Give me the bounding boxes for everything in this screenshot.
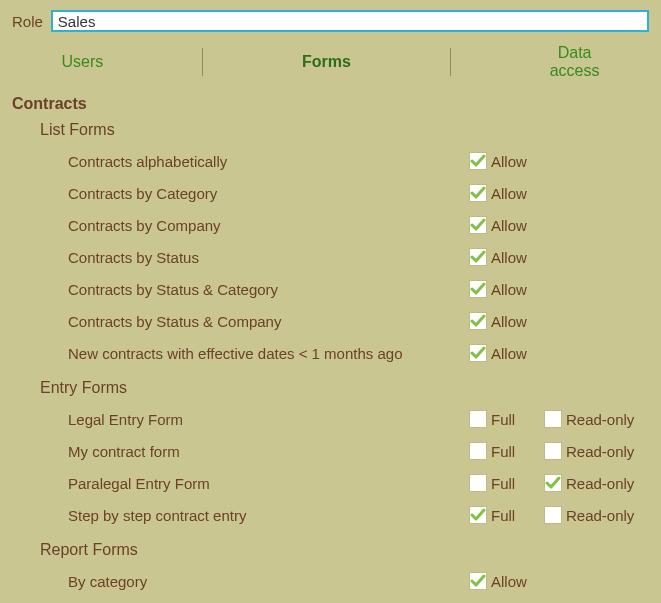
allow-checkbox[interactable]: [469, 216, 487, 234]
allow-checkbox[interactable]: [469, 312, 487, 330]
allow-label: Allow: [491, 313, 527, 330]
allow-checkbox[interactable]: [469, 152, 487, 170]
allow-checkbox[interactable]: [469, 184, 487, 202]
full-label: Full: [491, 443, 515, 460]
list-form-label: Contracts by Category: [68, 185, 469, 202]
tabs: Users Forms Data access: [12, 42, 649, 81]
allow-label: Allow: [491, 185, 527, 202]
list-form-row: Contracts alphabeticallyAllow: [68, 145, 649, 177]
tab-users[interactable]: Users: [61, 51, 103, 73]
readonly-checkbox[interactable]: [544, 410, 562, 428]
readonly-checkbox[interactable]: [544, 474, 562, 492]
readonly-label: Read-only: [566, 475, 634, 492]
entry-form-label: My contract form: [68, 443, 469, 460]
list-form-row: Contracts by CompanyAllow: [68, 209, 649, 241]
tab-data-access[interactable]: Data access: [550, 42, 600, 81]
list-form-row: Contracts by StatusAllow: [68, 241, 649, 273]
entry-form-label: Paralegal Entry Form: [68, 475, 469, 492]
allow-label: Allow: [491, 573, 527, 590]
tab-forms[interactable]: Forms: [302, 51, 351, 73]
allow-checkbox[interactable]: [469, 280, 487, 298]
list-form-row: Contracts by Status & CompanyAllow: [68, 305, 649, 337]
full-label: Full: [491, 475, 515, 492]
full-label: Full: [491, 507, 515, 524]
list-form-label: Contracts by Status & Category: [68, 281, 469, 298]
entry-form-label: Step by step contract entry: [68, 507, 469, 524]
list-form-row: New contracts with effective dates < 1 m…: [68, 337, 649, 369]
readonly-label: Read-only: [566, 507, 634, 524]
allow-checkbox[interactable]: [469, 572, 487, 590]
list-forms-title: List Forms: [40, 121, 649, 139]
allow-label: Allow: [491, 153, 527, 170]
section-title: Contracts: [12, 95, 649, 113]
full-checkbox[interactable]: [469, 442, 487, 460]
allow-label: Allow: [491, 249, 527, 266]
entry-form-row: Step by step contract entryFullRead-only: [68, 499, 649, 531]
list-form-label: Contracts by Company: [68, 217, 469, 234]
allow-label: Allow: [491, 217, 527, 234]
allow-label: Allow: [491, 345, 527, 362]
readonly-label: Read-only: [566, 443, 634, 460]
list-form-row: Contracts by CategoryAllow: [68, 177, 649, 209]
report-forms-title: Report Forms: [40, 541, 649, 559]
report-form-label: By category: [68, 573, 469, 590]
list-form-label: New contracts with effective dates < 1 m…: [68, 345, 469, 362]
report-form-row: By categoryAllow: [68, 565, 649, 597]
tab-separator: [450, 48, 451, 76]
entry-form-label: Legal Entry Form: [68, 411, 469, 428]
role-label: Role: [12, 13, 43, 30]
allow-checkbox[interactable]: [469, 248, 487, 266]
list-form-label: Contracts by Status: [68, 249, 469, 266]
role-input[interactable]: [51, 10, 649, 32]
readonly-checkbox[interactable]: [544, 442, 562, 460]
allow-checkbox[interactable]: [469, 344, 487, 362]
full-checkbox[interactable]: [469, 410, 487, 428]
list-form-label: Contracts by Status & Company: [68, 313, 469, 330]
list-form-label: Contracts alphabetically: [68, 153, 469, 170]
full-label: Full: [491, 411, 515, 428]
entry-forms-title: Entry Forms: [40, 379, 649, 397]
report-form-row: Contract dollar amountAllow: [68, 597, 649, 603]
allow-label: Allow: [491, 281, 527, 298]
full-checkbox[interactable]: [469, 506, 487, 524]
list-form-row: Contracts by Status & CategoryAllow: [68, 273, 649, 305]
entry-form-row: Paralegal Entry FormFullRead-only: [68, 467, 649, 499]
entry-form-row: My contract formFullRead-only: [68, 435, 649, 467]
readonly-label: Read-only: [566, 411, 634, 428]
readonly-checkbox[interactable]: [544, 506, 562, 524]
full-checkbox[interactable]: [469, 474, 487, 492]
entry-form-row: Legal Entry FormFullRead-only: [68, 403, 649, 435]
tab-separator: [202, 48, 203, 76]
